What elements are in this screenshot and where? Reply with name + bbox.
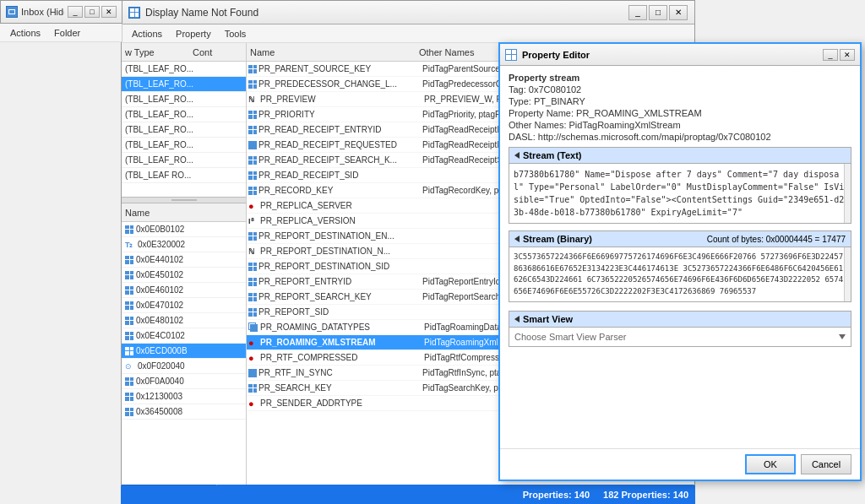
property-editor: Property Editor _ ✕ Property stream Tag:…: [498, 42, 862, 481]
smart-view-collapse-icon: [514, 316, 520, 322]
left-row-3-text: (TBL_LEAF_RO...: [125, 95, 193, 104]
stream-binary-section: Stream (Binary) Count of bytes: 0x000044…: [509, 230, 851, 302]
left-row-4-text: (TBL_LEAF_RO...: [125, 110, 193, 119]
tools-menu-item[interactable]: Tools: [218, 27, 253, 41]
prop-editor-controls[interactable]: _ ✕: [823, 49, 855, 61]
special-icon-2: T₂: [125, 241, 135, 249]
grid-icon-7: [125, 317, 133, 325]
stream-text-collapse-icon: [514, 152, 520, 159]
left-row-8-text: (TBL_LEAF RO...: [125, 171, 191, 180]
ok-button[interactable]: OK: [745, 454, 796, 474]
cancel-button[interactable]: Cancel: [801, 454, 851, 474]
prop-row-2-name: PR_PREDECESSOR_CHANGE_L...: [258, 79, 421, 89]
stream-binary-header[interactable]: Stream (Binary) Count of bytes: 0x000044…: [509, 231, 851, 247]
property-menu-item[interactable]: Property: [169, 27, 218, 41]
main-title: Display Name Not Found: [145, 7, 623, 19]
error-icon-19: ●: [248, 338, 258, 348]
grid-icon-6: [125, 301, 133, 310]
cont-col-header: Cont: [193, 47, 212, 57]
prop-row-23-name: PR_SENDER_ADDRTYPE: [260, 398, 422, 408]
bottom-row-4[interactable]: 0x0E450102: [122, 268, 246, 283]
grid-prop-icon-16: [248, 293, 257, 301]
left-row-1[interactable]: (TBL_LEAF_RO...: [122, 62, 246, 77]
bottom-row-10-text: 0x0F020040: [138, 361, 185, 371]
prop-row-13-name: PR_REPORT_DESTINATION_N...: [260, 247, 422, 256]
actions-menu-item[interactable]: Actions: [125, 27, 169, 41]
inbox-folder-menu[interactable]: Folder: [47, 26, 87, 40]
bottom-row-8[interactable]: 0x0E4C0102: [122, 328, 246, 344]
bottom-row-9-text: 0x0ECD000B: [136, 346, 188, 355]
prop-row-6-name: PR_READ_RECEIPT_REQUESTED: [258, 140, 421, 149]
left-row-2-text: (TBL_LEAF_RO...: [125, 79, 193, 89]
close-btn-inbox[interactable]: ✕: [101, 6, 117, 18]
left-row-1-text: (TBL_LEAF_RO...: [125, 64, 193, 73]
inbox-actions-menu[interactable]: Actions: [3, 26, 47, 40]
inbox-window-controls[interactable]: _ □ ✕: [68, 6, 117, 18]
h-separator[interactable]: [122, 197, 246, 203]
smart-view-select[interactable]: Choose Smart View Parser: [509, 327, 851, 347]
close-main-btn[interactable]: ✕: [669, 5, 688, 20]
bottom-row-6[interactable]: 0x0E470102: [122, 298, 246, 313]
grid-prop-icon-2: [248, 80, 257, 89]
left-row-6[interactable]: (TBL_LEAF_RO...: [122, 138, 246, 153]
grid-prop-icon-22: [248, 384, 257, 393]
error-icon-20: ●: [248, 353, 258, 363]
grid-prop-icon-4: [248, 111, 257, 119]
grid-prop-icon-14: [248, 263, 257, 271]
main-window-controls[interactable]: _ □ ✕: [628, 5, 688, 20]
left-row-5[interactable]: (TBL_LEAF_RO...: [122, 122, 246, 138]
minimize-btn[interactable]: _: [68, 6, 83, 18]
minimize-editor-btn[interactable]: _: [823, 49, 838, 61]
bottom-row-8-text: 0x0E4C0102: [136, 331, 185, 340]
bottom-row-12[interactable]: 0x12130003: [122, 389, 246, 404]
left-row-8[interactable]: (TBL_LEAF RO...: [122, 168, 246, 183]
grid-icon-9: [125, 347, 133, 355]
bottom-row-9[interactable]: 0x0ECD000B: [122, 344, 246, 359]
prop-row-3-name: PR_PREVIEW: [260, 95, 422, 104]
restore-main-btn[interactable]: □: [649, 5, 667, 20]
prop-row-5-name: PR_READ_RECEIPT_ENTRYID: [258, 125, 421, 134]
stream-text-value: b77380b61780" Name="Dispose after 7 days…: [514, 170, 844, 217]
uni-prop-icon-13: ℕ: [248, 247, 258, 256]
bottom-row-3[interactable]: 0x0E440102: [122, 252, 246, 268]
stream-text-content: b77380b61780" Name="Dispose after 7 days…: [509, 164, 851, 223]
name-col-header: Name: [125, 208, 150, 218]
property-editor-title-text: Property Editor: [522, 50, 818, 60]
error-icon-10: ●: [248, 201, 258, 211]
close-editor-btn[interactable]: ✕: [840, 49, 855, 61]
bottom-row-11[interactable]: 0x0F0A0040: [122, 374, 246, 389]
bottom-row-13[interactable]: 0x36450008: [122, 404, 246, 420]
grid-icon-13: [125, 408, 133, 416]
left-row-4[interactable]: (TBL_LEAF_RO...: [122, 107, 246, 122]
prop-row-22-name: PR_SEARCH_KEY: [258, 383, 421, 393]
main-window-icon: [128, 7, 140, 19]
prop-row-18-name: PR_ROAMING_DATATYPES: [260, 322, 422, 332]
bottom-row-10[interactable]: ⊙ 0x0F020040: [122, 359, 246, 374]
bottom-row-5[interactable]: 0x0E460102: [122, 283, 246, 298]
prop-row-1-name: PR_PARENT_SOURCE_KEY: [258, 64, 421, 73]
bottom-row-12-text: 0x12130003: [136, 392, 182, 401]
smart-view-placeholder: Choose Smart View Parser: [514, 332, 626, 342]
bottom-row-1[interactable]: 0x0E0B0102: [122, 222, 246, 237]
name-col: Name: [250, 47, 419, 57]
bottom-row-4-text: 0x0E450102: [136, 270, 183, 279]
prop-row-16-name: PR_REPORT_SEARCH_KEY: [258, 292, 421, 301]
grid-prop-icon-12: [248, 232, 257, 241]
grid-icon-5: [125, 286, 133, 295]
prop-row-20-name: PR_RTF_COMPRESSED: [260, 353, 422, 362]
left-row-2[interactable]: (TBL_LEAF_RO...: [122, 77, 246, 92]
left-row-7-text: (TBL_LEAF_RO...: [125, 155, 193, 165]
bottom-row-7[interactable]: 0x0E480102: [122, 313, 246, 328]
bottom-row-2[interactable]: T₂ 0x0E320002: [122, 237, 246, 252]
prop-row-12-name: PR_REPORT_DESTINATION_EN...: [258, 231, 421, 241]
left-row-3[interactable]: (TBL_LEAF_RO...: [122, 92, 246, 107]
minimize-main-btn[interactable]: _: [628, 5, 647, 20]
left-row-7[interactable]: (TBL_LEAF_RO...: [122, 153, 246, 168]
restore-btn[interactable]: □: [84, 6, 100, 18]
grid-prop-icon-5: [248, 126, 257, 134]
grid-prop-icon-1: [248, 65, 257, 73]
property-editor-title-bar: Property Editor _ ✕: [500, 44, 860, 66]
stream-text-header[interactable]: Stream (Text): [509, 148, 851, 164]
stream-smartview-header[interactable]: Smart View: [509, 311, 851, 327]
square-prop-icon-21: [248, 369, 257, 377]
